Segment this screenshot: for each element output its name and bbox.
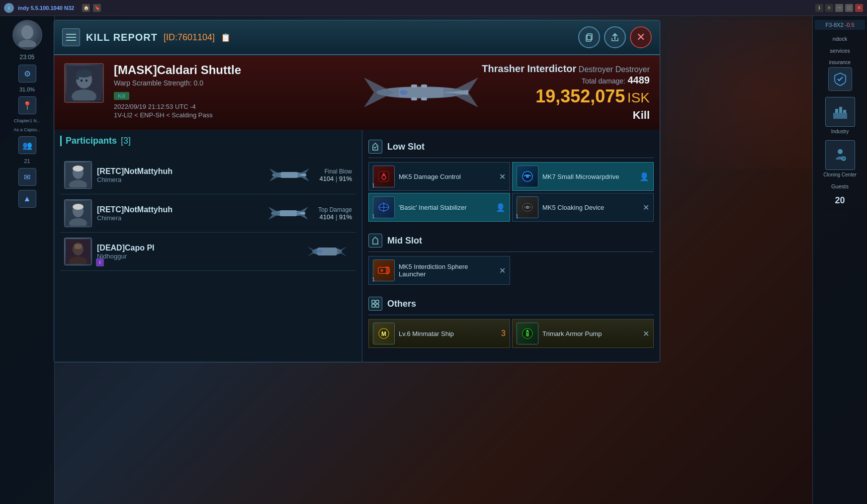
sidebar-icon-4[interactable]: ✉ (18, 168, 36, 186)
restore-btn[interactable]: □ (845, 4, 853, 12)
industry-label: Industry (831, 129, 849, 134)
sidebar-icon-1[interactable]: ⚙ (18, 65, 36, 83)
mid-slot-title: Mid Slot (387, 236, 422, 246)
interdiction-remove[interactable]: ✕ (499, 266, 506, 275)
copy-button[interactable] (578, 26, 600, 48)
interdiction-count: 1 (372, 276, 375, 282)
modal-header: KILL REPORT [ID:7601104] 📋 ✕ (54, 20, 660, 55)
hamburger-button[interactable] (62, 28, 80, 46)
participant-name-1: [RETC]NotMattyhuh (97, 167, 260, 176)
copy-icon[interactable]: 📋 (221, 33, 231, 42)
low-slot-grid: 1 MK5 Damage Control ✕ (368, 162, 654, 222)
hamburger-line-2 (66, 37, 76, 38)
info-icon[interactable]: ℹ (815, 4, 823, 12)
window-controls: ℹ ≡ ─ □ ✕ (815, 4, 863, 12)
participant-avatar-1 (64, 161, 92, 189)
damage-control-remove[interactable]: ✕ (499, 172, 506, 181)
inertial-count: 1 (372, 213, 375, 219)
guests-label: Guests (831, 183, 849, 189)
svg-point-31 (73, 166, 84, 171)
pipe-1: | (336, 175, 339, 182)
microwarp-name: MK7 Small Microwarpdrive (542, 173, 635, 180)
right-sidebar: F3-8X2 -0.5 ndock services insurance Ind… (812, 16, 867, 504)
cloning-icon[interactable]: + (825, 140, 855, 170)
bookmark-icon[interactable]: 🔖 (93, 4, 101, 12)
rank-badge-3: I (96, 258, 104, 266)
player-avatar (12, 20, 42, 50)
svg-rect-27 (421, 97, 427, 100)
svg-rect-69 (372, 304, 375, 307)
others-item-minmatar: M Lv.6 Minmatar Ship 3 (368, 319, 510, 348)
svg-marker-33 (269, 168, 282, 181)
ship-type-line: Thrasher Interdictor Destroyer Destroyer (482, 63, 650, 75)
svg-rect-2 (833, 113, 847, 119)
svg-rect-25 (421, 84, 427, 87)
low-slot-section: Low Slot 1 MK5 Damage Control (368, 136, 654, 222)
top-bar: i indy 5.5.100.1040 N32 🏠 🔖 ℹ ≡ ─ □ ✕ (0, 0, 867, 16)
game-time: 23:05 (19, 54, 34, 61)
close-button[interactable]: ✕ (630, 26, 652, 48)
armor-pump-icon (517, 323, 538, 344)
damage-control-name: MK5 Damage Control (399, 173, 495, 180)
cloaking-icon (517, 196, 538, 218)
sidebar-icon-3[interactable]: 👥 (18, 136, 36, 154)
home-icon[interactable]: 🏠 (82, 4, 90, 12)
participants-header: Participants [3] (60, 136, 356, 150)
percent-val-2: 91% (339, 213, 352, 221)
others-icon (368, 297, 382, 311)
share-button[interactable] (604, 26, 626, 48)
damage-stat-1: 4104 | 91% (319, 175, 352, 182)
participant-card-2: [RETC]NotMattyhuh Chimera (60, 194, 356, 233)
sidebar-capsule: As a Capsu... (11, 127, 42, 132)
participants-title: Participants (60, 136, 117, 146)
participant-name-3: [DEAD]Capo PI (97, 244, 297, 252)
insurance-icon[interactable] (828, 67, 852, 91)
right-panel-cloning: + Cloning Center (823, 140, 857, 177)
participant-ship-3 (302, 239, 352, 264)
right-panel-industry: Industry (825, 97, 855, 134)
cloning-label: Cloning Center (823, 172, 857, 177)
participant-corp-3: Nidhoggur (97, 252, 297, 260)
kill-banner: [MASK]Caldari Shuttle Warp Scramble Stre… (54, 55, 660, 130)
participant-corp-2: Chimera (97, 214, 259, 222)
services-label: services (830, 48, 850, 54)
participant-info-1: [RETC]NotMattyhuh Chimera (97, 167, 260, 183)
ndock-label: ndock (833, 36, 847, 42)
cloaking-name: MK5 Cloaking Device (542, 204, 639, 211)
isk-value: 19,352,075 (535, 86, 625, 106)
ship-class: Destroyer (579, 65, 613, 74)
svg-point-54 (317, 250, 323, 253)
victim-avatar (64, 63, 104, 103)
minimize-btn[interactable]: ─ (835, 4, 843, 12)
damage-line: Total damage: 4489 (482, 75, 650, 86)
svg-point-66 (380, 269, 383, 272)
hamburger-line-3 (66, 40, 76, 41)
mid-slot-section: Mid Slot 1 MK5 Interdiction Sphere Launc (368, 230, 654, 285)
cloaking-remove[interactable]: ✕ (643, 203, 649, 212)
svg-rect-44 (280, 210, 297, 216)
participant-name-2: [RETC]NotMattyhuh (97, 205, 259, 214)
sidebar-icon-2[interactable]: 📍 (18, 96, 36, 114)
svg-rect-15 (76, 74, 79, 80)
menu-icon[interactable]: ≡ (825, 4, 833, 12)
industry-icon[interactable] (825, 97, 855, 127)
svg-point-6 (838, 149, 843, 154)
svg-text:M: M (381, 331, 386, 337)
close-window-btn[interactable]: ✕ (855, 4, 863, 12)
participant-corp-1: Chimera (97, 176, 260, 183)
final-blow-label: Final Blow (319, 168, 352, 175)
cloaking-count: 1 (516, 213, 519, 219)
modal-header-actions: ✕ (578, 26, 652, 48)
microwarp-icon (517, 166, 538, 187)
damage-control-icon (373, 166, 395, 187)
inertial-person: 👤 (496, 203, 506, 212)
armor-pump-remove[interactable]: ✕ (643, 329, 649, 338)
sidebar-icon-5[interactable]: ▲ (18, 190, 36, 208)
svg-point-0 (21, 25, 33, 39)
ship-type: Thrasher Interdictor (482, 63, 576, 74)
participant-info-3: [DEAD]Capo PI Nidhoggur (97, 244, 297, 260)
participant-info-2: [RETC]NotMattyhuh Chimera (97, 205, 259, 222)
svg-rect-4 (839, 107, 842, 113)
top-damage-label: Top Damage (318, 206, 352, 213)
minmatar-count-badge: 3 (501, 329, 506, 338)
